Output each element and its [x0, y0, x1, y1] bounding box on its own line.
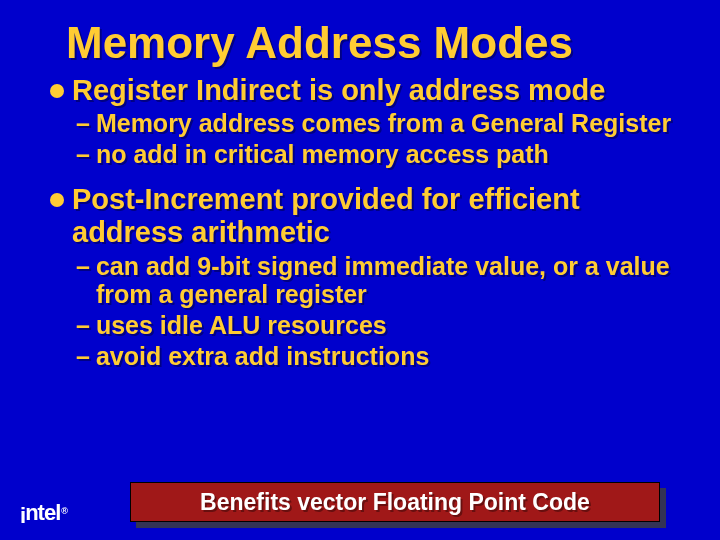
- bullet-level2: – uses idle ALU resources: [76, 311, 672, 340]
- slide: Memory Address Modes Register Indirect i…: [0, 0, 720, 540]
- spacer: [48, 169, 672, 179]
- subbullet-text: uses idle ALU resources: [96, 311, 387, 340]
- bullet-level2: – no add in critical memory access path: [76, 140, 672, 169]
- bullet-level1: Register Indirect is only address mode: [50, 74, 672, 107]
- bullet-level2: – Memory address comes from a General Re…: [76, 109, 672, 138]
- callout: Benefits vector Floating Point Code: [130, 482, 660, 522]
- dash-icon: –: [76, 342, 90, 371]
- bullet-dot-icon: [50, 193, 64, 207]
- subbullet-text: can add 9-bit signed immediate value, or…: [96, 252, 672, 310]
- dash-icon: –: [76, 109, 90, 138]
- bullet-level1: Post-Increment provided for efficient ad…: [50, 183, 672, 250]
- dash-icon: –: [76, 140, 90, 169]
- callout-box: Benefits vector Floating Point Code: [130, 482, 660, 522]
- subbullet-text: Memory address comes from a General Regi…: [96, 109, 671, 138]
- bullet-text: Post-Increment provided for efficient ad…: [72, 183, 672, 250]
- subbullet-text: no add in critical memory access path: [96, 140, 549, 169]
- bullet-level2: – avoid extra add instructions: [76, 342, 672, 371]
- intel-logo: intel®: [20, 500, 66, 526]
- bullet-text: Register Indirect is only address mode: [72, 74, 605, 107]
- registered-icon: ®: [61, 506, 67, 516]
- subbullet-text: avoid extra add instructions: [96, 342, 429, 371]
- slide-title: Memory Address Modes: [66, 18, 672, 68]
- dash-icon: –: [76, 252, 90, 281]
- bullet-dot-icon: [50, 84, 64, 98]
- bullet-level2: – can add 9-bit signed immediate value, …: [76, 252, 672, 310]
- logo-text: intel: [20, 500, 60, 525]
- dash-icon: –: [76, 311, 90, 340]
- callout-text: Benefits vector Floating Point Code: [200, 489, 590, 516]
